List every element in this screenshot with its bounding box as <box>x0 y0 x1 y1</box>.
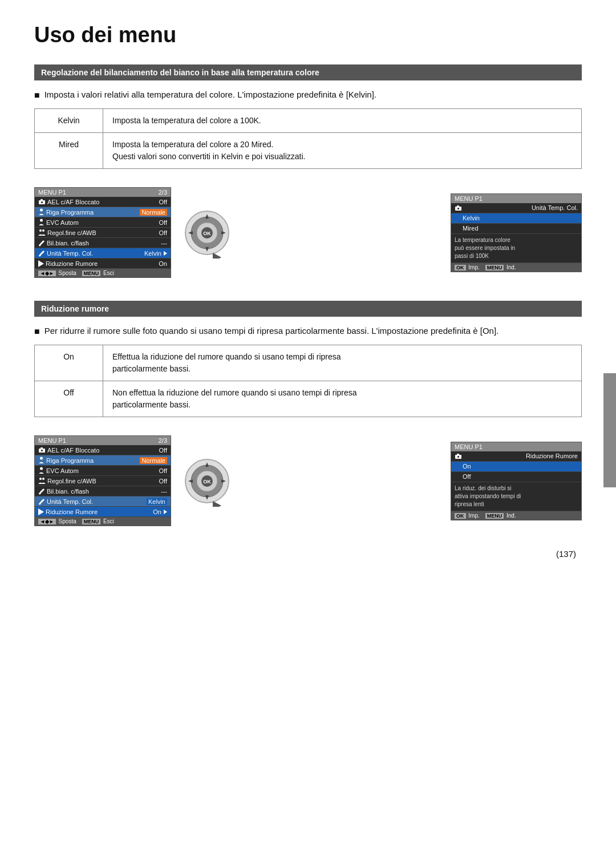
svg-point-25 <box>41 450 43 452</box>
menu-page-2: 2/3 <box>159 437 167 444</box>
menu-row-regol: Regol.fine c/AWB Off <box>35 228 171 238</box>
menu-title: MENU P1 <box>38 189 66 196</box>
kelvin-desc: Imposta la temperatura del colore a 100K… <box>103 109 582 133</box>
section2: Riduzione rumore ■ Per ridurre il rumore… <box>34 301 582 417</box>
menu-screen-1-right: MENU P1 Unità Temp. Col. Kelvin Mired La… <box>451 193 582 272</box>
bullet-mark: ■ <box>34 90 40 100</box>
off-desc: Non effettua la riduzione del rumore qua… <box>103 381 582 417</box>
menu-header: MENU P1 2/3 <box>35 188 171 197</box>
svg-point-2 <box>41 201 43 204</box>
wrench-icon <box>38 240 45 247</box>
menu-row-icon-r2: Riduzione Rumore <box>451 451 581 462</box>
camera-icon-r2 <box>455 453 462 459</box>
play2-icon <box>38 508 44 515</box>
menu-screen-2-left: MENU P1 2/3 AEL c/AF Bloccato Off Riga P… <box>34 435 171 526</box>
menu-row2-riga: Riga Programma Normale <box>35 455 171 466</box>
mired-desc: Imposta la temperatura del colore a 20 M… <box>103 133 582 169</box>
menu-header-right-1: MENU P1 <box>451 194 581 203</box>
camera-dial-icon-1: OK <box>181 207 233 259</box>
menu-desc-r1: La temperatura colorepuò essere impostat… <box>451 234 581 263</box>
menu-row-unita: Unità Temp. Col. Kelvin <box>35 248 171 259</box>
svg-rect-24 <box>40 447 43 449</box>
person1b-icon <box>38 219 44 226</box>
camera-icon <box>38 199 46 205</box>
svg-marker-32 <box>38 508 44 515</box>
section2-table: On Effettua la riduzione del rumore quan… <box>34 345 582 417</box>
menu-row-on-r2: On <box>451 462 581 472</box>
svg-marker-42 <box>213 501 221 507</box>
svg-marker-19 <box>213 253 221 259</box>
svg-point-22 <box>457 207 460 209</box>
svg-point-27 <box>40 467 43 470</box>
svg-marker-9 <box>38 260 44 267</box>
section1-heading: Regolazione del bilanciamento del bianco… <box>34 64 582 80</box>
person1c-icon <box>38 457 44 464</box>
menu-page: 2/3 <box>159 189 167 196</box>
chevron-right-2-icon <box>164 510 167 514</box>
person2-icon <box>38 229 46 236</box>
menu-row-evc: EVC Autom Off <box>35 217 171 228</box>
off-label: Off <box>35 381 103 417</box>
play-icon <box>38 260 44 267</box>
menu-row-kelvin-r: Kelvin <box>451 213 581 224</box>
svg-point-5 <box>39 229 42 232</box>
menu-row-icon-r1: Unità Temp. Col. <box>451 203 581 213</box>
camera-icon-2 <box>38 447 46 453</box>
chevron-right-icon <box>164 251 167 256</box>
menu-title-right: MENU P1 <box>455 195 483 202</box>
menu-row2-evc: EVC Autom Off <box>35 466 171 476</box>
wrench2-icon <box>38 250 45 257</box>
svg-rect-44 <box>457 454 459 455</box>
page-title: Uso dei menu <box>34 23 582 47</box>
menu-row2-bil: Bil.bian. c/flash --- <box>35 486 171 496</box>
menu-row-bil: Bil.bian. c/flash --- <box>35 238 171 248</box>
menu-footer-2: ◄◆► Sposta MENU Esci <box>35 517 171 526</box>
right-tab <box>603 373 616 487</box>
mired-label: Mired <box>35 133 103 169</box>
menu-row-mired-r: Mired <box>451 224 581 234</box>
menu-header-r2: MENU P1 <box>451 442 581 451</box>
svg-rect-1 <box>40 199 43 201</box>
section2-intro: ■ Per ridurre il rumore sulle foto quand… <box>34 326 582 337</box>
svg-point-45 <box>457 455 460 458</box>
screenshot-pair-left-1: MENU P1 2/3 AEL c/AF Bloccato Off Riga P… <box>34 187 233 278</box>
menu-row2-riduz: Riduzione Rumore On <box>35 507 171 517</box>
menu-row2-ael: AEL c/AF Bloccato Off <box>35 445 171 455</box>
menu-row2-unita: Unità Temp. Col. Kelvin <box>35 496 171 507</box>
menu-title-2: MENU P1 <box>38 437 66 444</box>
svg-point-3 <box>40 209 43 212</box>
person2b-icon <box>38 477 46 484</box>
menu-title-r2: MENU P1 <box>455 443 483 450</box>
camera-dial-icon-2: OK <box>181 455 233 507</box>
section1-table: Kelvin Imposta la temperatura del colore… <box>34 108 582 169</box>
svg-point-26 <box>40 457 43 460</box>
svg-rect-21 <box>457 205 459 207</box>
person1d-icon <box>38 467 44 474</box>
on-label: On <box>35 345 103 381</box>
svg-point-4 <box>40 219 43 222</box>
menu-row-riduz: Riduzione Rumore On <box>35 259 171 269</box>
menu-screen-2-right: MENU P1 Riduzione Rumore On Off La riduz… <box>451 442 582 520</box>
svg-text:OK: OK <box>203 231 211 236</box>
table-row: Kelvin Imposta la temperatura del colore… <box>35 109 582 133</box>
menu-footer-r2: OK Imp. MENU Ind. <box>451 511 581 520</box>
table-row-off: Off Non effettua la riduzione del rumore… <box>35 381 582 417</box>
menu-footer-r1: OK Imp. MENU Ind. <box>451 263 581 272</box>
screenshots-row-1: MENU P1 2/3 AEL c/AF Bloccato Off Riga P… <box>34 187 582 278</box>
kelvin-label: Kelvin <box>35 109 103 133</box>
svg-point-28 <box>39 478 42 480</box>
menu-row-ael: AEL c/AF Bloccato Off <box>35 197 171 207</box>
menu-footer-1: ◄◆► Sposta MENU Esci <box>35 269 171 277</box>
menu-header-2: MENU P1 2/3 <box>35 436 171 445</box>
table-row: Mired Imposta la temperatura del colore … <box>35 133 582 169</box>
wrench4-icon <box>38 498 45 505</box>
person1-icon <box>38 208 44 216</box>
screenshots-row-2: MENU P1 2/3 AEL c/AF Bloccato Off Riga P… <box>34 435 582 526</box>
wrench3-icon <box>38 488 45 495</box>
on-desc: Effettua la riduzione del rumore quando … <box>103 345 582 381</box>
svg-text:OK: OK <box>203 479 211 484</box>
page-number: (137) <box>34 549 582 559</box>
table-row-on: On Effettua la riduzione del rumore quan… <box>35 345 582 381</box>
svg-point-6 <box>42 229 44 232</box>
menu-row2-regol: Regol.fine c/AWB Off <box>35 476 171 486</box>
